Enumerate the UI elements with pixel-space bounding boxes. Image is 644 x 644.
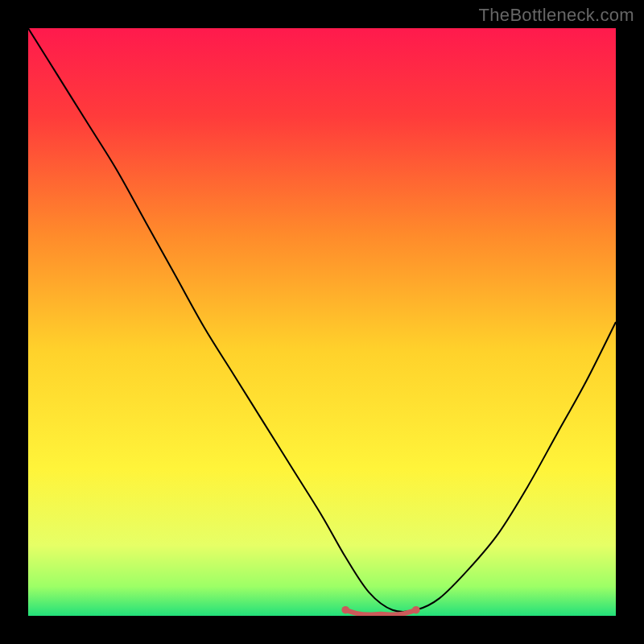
chart-frame: TheBottleneck.com: [0, 0, 644, 644]
watermark-text: TheBottleneck.com: [479, 5, 634, 26]
series-optimal-flat-segment-endpoint: [412, 606, 420, 614]
chart-svg: [28, 28, 616, 616]
plot-area: [28, 28, 616, 616]
gradient-background: [28, 28, 616, 616]
series-optimal-flat-segment-endpoint: [341, 606, 349, 614]
